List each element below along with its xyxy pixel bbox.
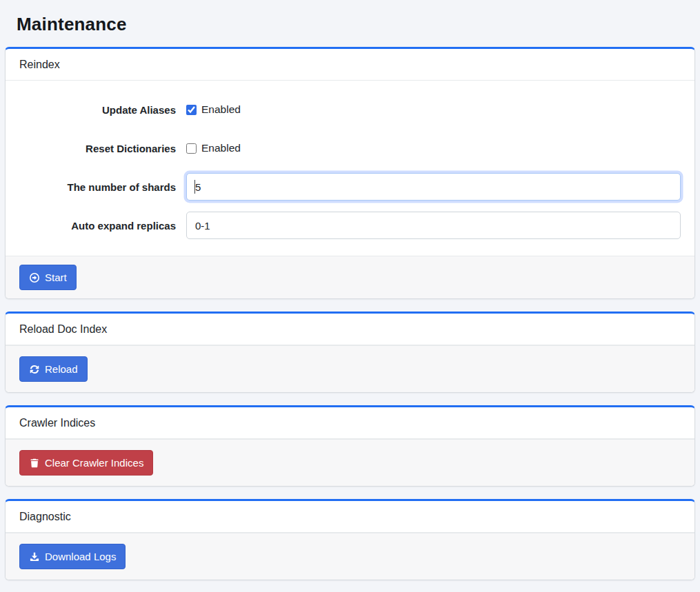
auto-expand-replicas-label: Auto expand replicas [19,212,186,239]
diagnostic-card-footer: Download Logs [6,533,694,580]
update-aliases-checkbox-label[interactable]: Enabled [201,103,241,116]
reset-dictionaries-checkbox-wrap: Enabled [186,142,241,154]
update-aliases-label: Update Aliases [19,96,186,123]
reload-button-label: Reload [45,363,78,375]
reload-button[interactable]: Reload [19,356,88,382]
crawler-indices-card: Crawler Indices Clear Crawler Indices [5,405,695,487]
clear-crawler-indices-button-label: Clear Crawler Indices [45,457,143,469]
diagnostic-card: Diagnostic Download Logs [5,499,695,580]
update-aliases-row: Update Aliases Enabled [19,96,681,123]
update-aliases-checkbox-wrap: Enabled [186,103,241,116]
reindex-card: Reindex Update Aliases Enabled Reset Dic… [5,47,695,299]
reload-doc-index-card-title: Reload Doc Index [19,323,107,335]
number-of-shards-row: The number of shards [19,173,681,201]
reindex-card-header: Reindex [6,49,694,81]
reload-doc-index-card: Reload Doc Index Reload [5,312,695,393]
content-area: Reindex Update Aliases Enabled Reset Dic… [0,47,700,580]
arrow-circle-right-icon [29,272,40,283]
reset-dictionaries-checkbox[interactable] [186,143,197,154]
download-logs-button-label: Download Logs [45,551,116,562]
start-button[interactable]: Start [19,265,77,290]
reload-doc-index-card-header: Reload Doc Index [6,314,694,345]
download-icon [29,551,40,562]
download-logs-button[interactable]: Download Logs [19,544,126,569]
diagnostic-card-title: Diagnostic [19,511,71,522]
page-title: Maintenance [0,0,700,47]
start-button-label: Start [45,272,67,283]
trash-icon [29,458,40,469]
reindex-card-footer: Start [6,256,694,298]
crawler-indices-card-title: Crawler Indices [19,417,95,429]
crawler-indices-card-header: Crawler Indices [6,407,694,439]
reset-dictionaries-label: Reset Dictionaries [19,134,186,162]
reset-dictionaries-row: Reset Dictionaries Enabled [19,134,681,162]
clear-crawler-indices-button[interactable]: Clear Crawler Indices [19,450,153,476]
number-of-shards-label: The number of shards [19,173,186,201]
auto-expand-replicas-row: Auto expand replicas [19,212,681,239]
sync-icon [29,364,40,375]
update-aliases-checkbox[interactable] [186,105,197,115]
reload-doc-index-card-footer: Reload [6,345,694,392]
number-of-shards-input[interactable] [186,173,681,201]
auto-expand-replicas-input[interactable] [186,212,681,239]
reindex-card-body: Update Aliases Enabled Reset Dictionarie… [6,81,694,256]
diagnostic-card-header: Diagnostic [6,501,694,533]
reindex-card-title: Reindex [19,59,60,70]
crawler-indices-card-footer: Clear Crawler Indices [6,439,694,486]
reset-dictionaries-checkbox-label[interactable]: Enabled [201,142,241,154]
text-caret [194,180,195,194]
